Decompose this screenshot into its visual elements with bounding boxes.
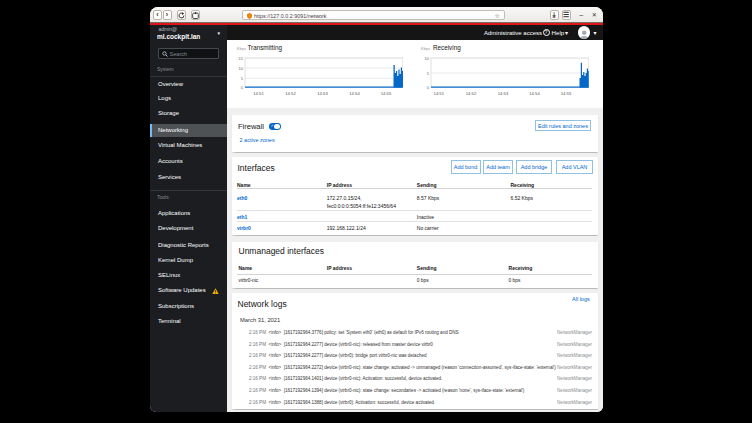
svg-text:14:55: 14:55 bbox=[381, 91, 392, 96]
svg-text:Kbps: Kbps bbox=[237, 46, 246, 51]
svg-text:15: 15 bbox=[239, 56, 244, 61]
svg-text:14:53: 14:53 bbox=[498, 91, 509, 96]
svg-text:14:52: 14:52 bbox=[466, 91, 477, 96]
svg-text:10: 10 bbox=[239, 66, 244, 71]
svg-text:14:52: 14:52 bbox=[285, 91, 296, 96]
svg-text:0: 0 bbox=[241, 85, 244, 90]
svg-text:5: 5 bbox=[427, 71, 430, 76]
svg-text:5: 5 bbox=[241, 76, 244, 81]
svg-text:0: 0 bbox=[427, 85, 430, 90]
svg-text:Receiving: Receiving bbox=[433, 44, 461, 52]
svg-text:14:55: 14:55 bbox=[561, 91, 572, 96]
svg-text:10: 10 bbox=[425, 56, 430, 61]
svg-text:14:54: 14:54 bbox=[349, 91, 360, 96]
svg-text:Transmitting: Transmitting bbox=[248, 44, 283, 52]
svg-text:Kbps: Kbps bbox=[421, 46, 430, 51]
svg-text:14:53: 14:53 bbox=[317, 91, 328, 96]
svg-text:14:51: 14:51 bbox=[253, 91, 264, 96]
svg-text:14:51: 14:51 bbox=[434, 91, 445, 96]
svg-text:14:54: 14:54 bbox=[529, 91, 540, 96]
